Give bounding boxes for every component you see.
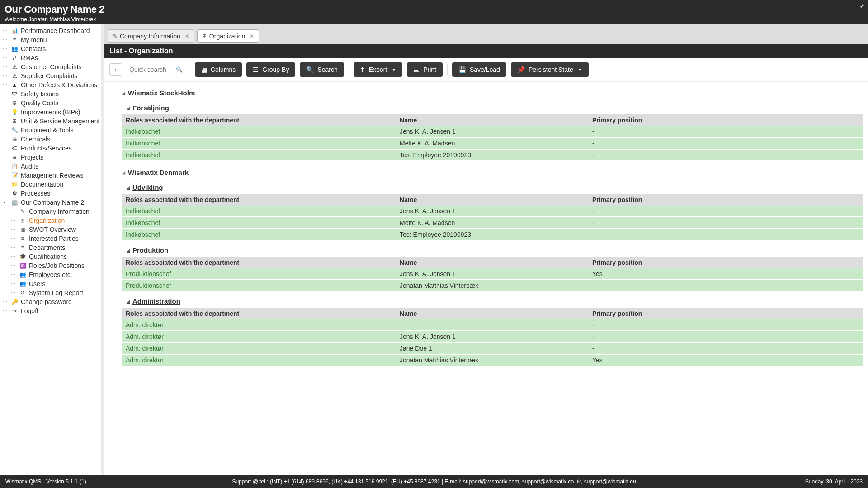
sidebar-item-safety-issues[interactable]: ⋯🛡Safety Issues: [0, 89, 104, 99]
sidebar-item-supplier-complaints[interactable]: ⋯⚠Supplier Complaints: [0, 71, 104, 80]
col-primary[interactable]: Primary position: [589, 257, 863, 268]
tab-label: Organization: [209, 33, 245, 40]
table-row[interactable]: ProduktionschefJonatan Matthias Vinterbæ…: [122, 280, 863, 291]
footer-support: Support @ tel.: (INT) +1 (614) 689-8696,…: [232, 479, 636, 485]
users-icon: 👥: [19, 271, 26, 279]
print-icon: 🖶: [413, 66, 420, 73]
sidebar-item-label: Logoff: [21, 307, 38, 315]
fullscreen-icon[interactable]: ⤢: [860, 3, 864, 9]
expand-toolbar-button[interactable]: ›: [109, 63, 122, 76]
print-button[interactable]: 🖶Print: [407, 62, 443, 77]
col-roles[interactable]: Roles associated with the department: [122, 308, 396, 319]
table-row[interactable]: IndkøbschefJens K. A. Jensen 1-: [122, 126, 863, 137]
table-row[interactable]: IndkøbschefMette K. A. Madsen-: [122, 217, 863, 229]
cell-role: Adm. direktør: [122, 319, 396, 331]
table-row[interactable]: IndkøbschefTest Employee 20190923-: [122, 149, 863, 161]
table-row[interactable]: Adm. direktør-: [122, 319, 863, 331]
tree-connector-icon: ⋯: [3, 144, 7, 152]
dashboard-icon: 📊: [11, 27, 18, 35]
col-name[interactable]: Name: [396, 308, 589, 319]
col-primary[interactable]: Primary position: [589, 194, 863, 206]
sidebar-item-improvements-bips-[interactable]: ⋯💡Improvements (BIPs): [0, 108, 104, 117]
search-icon[interactable]: 🔍: [176, 66, 183, 73]
groupby-label: Group By: [262, 66, 289, 73]
sidebar-item-customer-complaints[interactable]: ⋯⚠Customer Complaints: [0, 62, 104, 71]
sidebar-item-equipment-tools[interactable]: ⋯🔧Equipment & Tools: [0, 126, 104, 135]
columns-label: Columns: [211, 66, 236, 73]
cell-primary: -: [589, 149, 863, 161]
scrollbar[interactable]: [101, 24, 104, 475]
sidebar-item-chemicals[interactable]: ⋯☠Chemicals: [0, 135, 104, 144]
sidebar-item-swot-overview[interactable]: ⋯▦SWOT Overview: [0, 225, 104, 234]
search-button[interactable]: 🔍Search: [300, 62, 344, 77]
col-name[interactable]: Name: [396, 257, 589, 268]
company-group-header[interactable]: ◢Wismatix Denmark: [122, 167, 863, 178]
sidebar-item-change-password[interactable]: ⋯🔑Change password: [0, 297, 104, 306]
sidebar-item-processes[interactable]: ⋯⚙Processes: [0, 189, 104, 198]
sidebar-item-products-services[interactable]: ⋯🏷Products/Services: [0, 144, 104, 153]
export-button[interactable]: ⬆Export▼: [354, 62, 402, 77]
close-icon[interactable]: ✕: [185, 33, 189, 39]
table-row[interactable]: IndkøbschefJens K. A. Jensen 1-: [122, 206, 863, 217]
department-group-header[interactable]: ◢Udvikling: [127, 182, 863, 193]
sidebar-item-other-defects-deviations[interactable]: ⋯▲Other Defects & Deviations: [0, 80, 104, 89]
sidebar-item-performance-dashboard[interactable]: ⋯📊Performance Dashboard: [0, 26, 104, 35]
col-name[interactable]: Name: [396, 114, 589, 126]
sidebar-item-interested-parties[interactable]: ⋯≡Interested Parties: [0, 234, 104, 243]
persistent-state-button[interactable]: 📌Persistent State▼: [511, 62, 589, 77]
cell-name: Jens K. A. Jensen 1: [396, 268, 589, 280]
department-group-header[interactable]: ◢Administration: [127, 296, 863, 307]
sidebar-item-employees-etc-[interactable]: ⋯👥Employees etc.: [0, 270, 104, 279]
sidebar-item-users[interactable]: ⋯👥Users: [0, 279, 104, 288]
table-row[interactable]: ProduktionschefJens K. A. Jensen 1Yes: [122, 268, 863, 280]
department-group-header[interactable]: ◢Försäljning: [127, 102, 863, 113]
col-primary[interactable]: Primary position: [589, 308, 863, 319]
table-row[interactable]: Adm. direktørJane Doe 1-: [122, 343, 863, 354]
company-group-header[interactable]: ◢Wismatix StockHolm: [122, 87, 863, 99]
sidebar-item-qualifications[interactable]: ⋯🎓Qualifications: [0, 252, 104, 261]
list-title: List - Organization: [104, 44, 868, 58]
table-row[interactable]: Adm. direktørJens K. A. Jensen 1-: [122, 331, 863, 343]
sidebar-item-logoff[interactable]: ⋯↪Logoff: [0, 306, 104, 315]
saveload-label: Save/Load: [470, 66, 500, 73]
columns-button[interactable]: ▦Columns: [195, 62, 242, 77]
sidebar-item-rmas[interactable]: ⋯⇄RMAs: [0, 53, 104, 62]
table-row[interactable]: Adm. direktørJonatan Matthias VinterbækY…: [122, 354, 863, 366]
sidebar-item-roles-job-positions[interactable]: ⋯🆔Roles/Job Positions: [0, 261, 104, 270]
col-primary[interactable]: Primary position: [589, 114, 863, 126]
sidebar-item-label: Equipment & Tools: [21, 126, 73, 134]
tree-connector-icon: ⋯: [3, 189, 7, 197]
sidebar-item-organization[interactable]: ⋯⊞Organization: [0, 216, 104, 225]
sidebar-item-quality-costs[interactable]: ⋯$Quality Costs: [0, 99, 104, 108]
cell-role: Indkøbschef: [122, 206, 396, 217]
tab-company-information[interactable]: ✎Company Information✕: [108, 29, 194, 43]
sidebar-item-system-log-report[interactable]: ⋯↺System Log Report: [0, 288, 104, 297]
saveload-button[interactable]: 💾Save/Load: [452, 62, 506, 77]
col-roles[interactable]: Roles associated with the department: [122, 194, 396, 206]
tab-organization[interactable]: ⊞Organization✕: [197, 29, 259, 43]
col-name[interactable]: Name: [396, 194, 589, 206]
col-roles[interactable]: Roles associated with the department: [122, 257, 396, 268]
sidebar-item-projects[interactable]: ⋯≡Projects: [0, 153, 104, 162]
money-icon: $: [11, 99, 18, 107]
sidebar-item-documentation[interactable]: ⋯📁Documentation: [0, 180, 104, 189]
sidebar-item-contacts[interactable]: ⋯👥Contacts: [0, 44, 104, 53]
sidebar-item-audits[interactable]: ⋯📋Audits: [0, 162, 104, 171]
groupby-button[interactable]: ☰Group By: [246, 62, 295, 77]
sidebar-item-departments[interactable]: ⋯≡Departments: [0, 243, 104, 252]
sidebar-item-company-information[interactable]: ⋯✎Company Information: [0, 207, 104, 216]
table-row[interactable]: IndkøbschefMette K. A. Madsen-: [122, 137, 863, 149]
sidebar-item-unit-service-management[interactable]: ⋯⊞Unit & Service Management: [0, 117, 104, 126]
exchange-icon: ⇄: [11, 54, 18, 62]
col-roles[interactable]: Roles associated with the department: [122, 114, 396, 126]
table-row[interactable]: IndkøbschefTest Employee 20190923-: [122, 229, 863, 240]
cell-role: Adm. direktør: [122, 331, 396, 343]
sidebar-item-my-menu[interactable]: ⋯≡My menu: [0, 35, 104, 44]
sidebar-item-our-company-name-2[interactable]: ⋯▸🏢Our Company Name 2: [0, 198, 104, 207]
sidebar-item-management-reviews[interactable]: ⋯📝Management Reviews: [0, 171, 104, 180]
cell-name: Test Employee 20190923: [396, 229, 589, 240]
close-icon[interactable]: ✕: [250, 33, 254, 39]
tree-expander-icon[interactable]: ▸: [4, 198, 5, 206]
skull-icon: ☠: [11, 135, 18, 143]
department-group-header[interactable]: ◢Produktion: [127, 244, 863, 256]
